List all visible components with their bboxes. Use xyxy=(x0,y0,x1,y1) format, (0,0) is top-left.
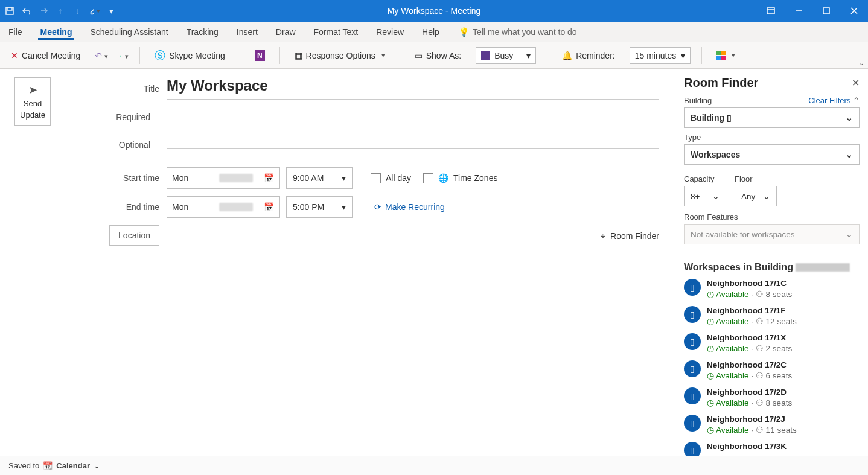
calendar-icon[interactable]: 📅 xyxy=(258,173,279,183)
divider xyxy=(675,253,868,253)
end-time-input[interactable]: 5:00 PM▾ xyxy=(286,196,353,218)
location-button[interactable]: Location xyxy=(109,225,159,246)
timezones-checkbox[interactable]: 🌐Time Zones xyxy=(423,173,497,183)
close-icon[interactable] xyxy=(840,0,868,22)
tab-meeting[interactable]: Meeting xyxy=(38,24,75,40)
room-item[interactable]: ▯Neighborhood 17/2C◷ Available · ⚇ 6 sea… xyxy=(684,360,860,380)
capacity-select[interactable]: 8+⌄ xyxy=(684,186,726,206)
ribbon-display-icon[interactable] xyxy=(757,0,785,22)
clock-icon: ◷ xyxy=(707,371,714,380)
reminder: 🔔 Reminder: xyxy=(558,48,619,63)
clear-filters-button[interactable]: Clear Filters xyxy=(808,96,850,105)
workspace-icon: ▯ xyxy=(684,387,701,404)
workspace-icon: ▯ xyxy=(684,442,701,456)
tab-file[interactable]: File xyxy=(6,24,25,40)
start-time-input[interactable]: 9:00 AM▾ xyxy=(286,167,353,189)
required-input[interactable] xyxy=(167,113,659,121)
skype-icon: Ⓢ xyxy=(155,48,165,63)
required-button[interactable]: Required xyxy=(107,107,159,127)
workspace-icon: ▯ xyxy=(684,279,701,296)
response-options-button[interactable]: ▦ Response Options xyxy=(291,48,389,63)
save-icon[interactable] xyxy=(4,5,16,17)
room-status: Available xyxy=(716,371,749,380)
skype-meeting-button[interactable]: Ⓢ Skype Meeting xyxy=(151,46,229,65)
recur-icon: ⟳ xyxy=(374,202,381,212)
tab-tracking[interactable]: Tracking xyxy=(184,24,221,40)
undo-split-icon[interactable]: ↶ xyxy=(95,51,108,60)
onenote-button[interactable]: N xyxy=(251,48,269,63)
tell-me[interactable]: 💡 Tell me what you want to do xyxy=(459,27,577,37)
room-item[interactable]: ▯Neighborhood 17/2D◷ Available · ⚇ 8 sea… xyxy=(684,387,860,407)
floor-select[interactable]: Any⌄ xyxy=(735,186,777,206)
titlebar: ↑ ↓ ▾ My Workspace - Meeting xyxy=(0,0,868,22)
location-input[interactable] xyxy=(167,234,595,241)
tab-insert[interactable]: Insert xyxy=(234,24,260,40)
optional-input[interactable] xyxy=(167,141,659,149)
tab-help[interactable]: Help xyxy=(420,24,442,40)
attach-dropdown-icon[interactable] xyxy=(88,5,100,17)
show-as: ▭ Show As: xyxy=(411,48,465,63)
workspaces-heading: Workspaces in Building xyxy=(684,262,860,273)
room-status: Available xyxy=(716,344,749,353)
all-day-checkbox[interactable]: All day xyxy=(371,173,411,183)
room-meta-line: ◷ Available · ⚇ 2 seats xyxy=(707,343,792,353)
room-name: Neighborhood 17/1C xyxy=(707,279,792,288)
room-meta-line: ◷ Available · ⚇ 11 seats xyxy=(707,425,797,435)
make-recurring-label: Make Recurring xyxy=(385,202,445,212)
svg-rect-1 xyxy=(7,7,12,10)
room-finder-icon: ⌖ xyxy=(601,231,605,241)
person-icon: ⚇ xyxy=(756,290,764,299)
room-status: Available xyxy=(716,398,749,407)
clock-icon: ◷ xyxy=(707,344,714,353)
collapse-ribbon-icon[interactable]: ⌄ xyxy=(859,59,864,67)
panel-title: Room Finder xyxy=(684,76,758,90)
send-label-1: Send xyxy=(24,99,42,108)
reminder-select[interactable]: 15 minutes ▾ xyxy=(630,47,691,64)
room-meta-line: ◷ Available · ⚇ 8 seats xyxy=(707,289,792,299)
type-select[interactable]: Workspaces⌄ xyxy=(684,144,860,165)
start-date-input[interactable]: Mon 📅 xyxy=(167,167,280,189)
cancel-icon: ✕ xyxy=(11,51,18,60)
title-input[interactable]: My Workspace xyxy=(167,77,659,100)
start-time-label: Start time xyxy=(123,173,159,183)
undo-icon[interactable] xyxy=(21,5,33,17)
tab-scheduling-assistant[interactable]: Scheduling Assistant xyxy=(88,24,170,40)
up-arrow-icon[interactable]: ↑ xyxy=(54,5,66,17)
room-seats: 11 seats xyxy=(766,426,797,435)
person-icon: ⚇ xyxy=(756,426,764,435)
tab-draw[interactable]: Draw xyxy=(273,24,298,40)
show-as-select[interactable]: Busy ▾ xyxy=(476,47,536,64)
forward-split-icon[interactable]: → xyxy=(114,51,129,60)
start-time-value: 9:00 AM xyxy=(293,173,324,183)
minimize-icon[interactable] xyxy=(785,0,812,22)
send-update-button[interactable]: ➤ Send Update xyxy=(14,77,51,126)
qat-customize-icon[interactable]: ▾ xyxy=(105,5,117,17)
chevron-up-icon[interactable]: ⌃ xyxy=(853,96,860,105)
end-date-input[interactable]: Mon 📅 xyxy=(167,196,280,218)
close-panel-icon[interactable]: ✕ xyxy=(852,77,860,89)
room-item[interactable]: ▯Neighborhood 17/1C◷ Available · ⚇ 8 sea… xyxy=(684,279,860,299)
tab-review[interactable]: Review xyxy=(374,24,406,40)
room-finder-button[interactable]: ⌖Room Finder xyxy=(601,231,659,241)
room-item[interactable]: ▯Neighborhood 17/1F◷ Available · ⚇ 12 se… xyxy=(684,306,860,326)
type-value: Workspaces xyxy=(691,150,740,159)
separator xyxy=(279,47,280,64)
building-value: Building ▯ xyxy=(691,113,732,123)
workspace-icon: ▯ xyxy=(684,415,701,432)
cancel-meeting-button[interactable]: ✕ Cancel Meeting xyxy=(7,48,84,63)
optional-button[interactable]: Optional xyxy=(110,135,159,155)
make-recurring-button[interactable]: ⟳Make Recurring xyxy=(371,200,448,214)
redo-icon[interactable] xyxy=(37,5,49,17)
down-arrow-icon[interactable]: ↓ xyxy=(71,5,83,17)
room-item[interactable]: ▯Neighborhood 17/1X◷ Available · ⚇ 2 sea… xyxy=(684,333,860,353)
categorize-button[interactable] xyxy=(713,48,739,62)
room-item[interactable]: ▯Neighborhood 17/2J◷ Available · ⚇ 11 se… xyxy=(684,415,860,435)
calendar-icon[interactable]: 📅 xyxy=(258,202,279,212)
calendar-name[interactable]: Calendar xyxy=(56,461,90,470)
maximize-icon[interactable] xyxy=(812,0,840,22)
room-item[interactable]: ▯Neighborhood 17/3K xyxy=(684,442,860,456)
tab-format-text[interactable]: Format Text xyxy=(311,24,361,40)
building-select[interactable]: Building ▯⌄ xyxy=(684,107,860,128)
end-time-label: End time xyxy=(126,202,159,212)
chevron-down-icon[interactable]: ⌄ xyxy=(94,461,100,470)
